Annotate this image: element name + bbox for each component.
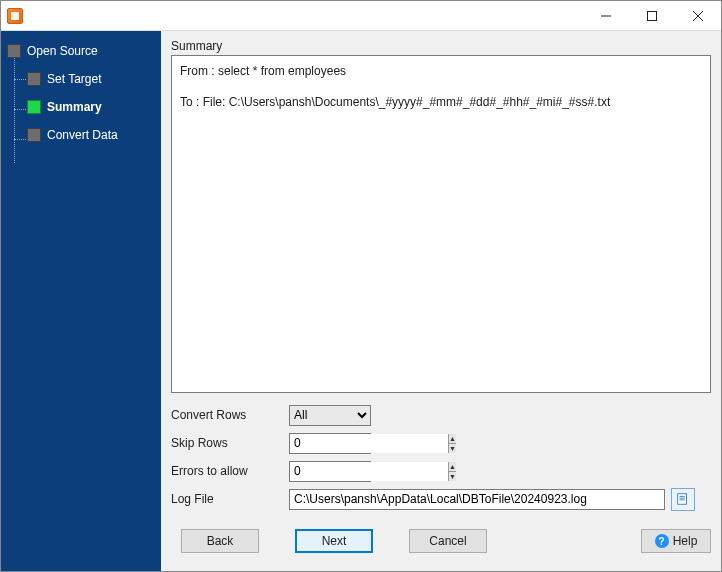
back-button[interactable]: Back <box>181 529 259 553</box>
help-button[interactable]: ? Help <box>641 529 711 553</box>
convert-rows-select[interactable]: All <box>289 405 371 426</box>
app-icon <box>7 8 23 24</box>
step-box-icon <box>27 72 41 86</box>
file-browse-icon <box>676 492 690 506</box>
sidebar-item-label: Summary <box>47 100 102 114</box>
summary-to-line: To : File: C:\Users\pansh\Documents\_#yy… <box>180 93 702 112</box>
svg-rect-1 <box>648 11 657 20</box>
options-form: Convert Rows All Skip Rows ▲ ▼ Errors to… <box>171 403 711 515</box>
title-bar <box>1 1 721 31</box>
summary-textbox[interactable]: From : select * from employees To : File… <box>171 55 711 393</box>
sidebar-item-convert-data[interactable]: Convert Data <box>1 121 161 149</box>
step-box-icon <box>7 44 21 58</box>
errors-allow-spinner[interactable]: ▲ ▼ <box>289 461 371 482</box>
sidebar-item-summary[interactable]: Summary <box>1 93 161 121</box>
maximize-button[interactable] <box>629 1 675 30</box>
sidebar-item-open-source[interactable]: Open Source <box>1 37 161 65</box>
sidebar-item-label: Convert Data <box>47 128 118 142</box>
spinner-down-icon[interactable]: ▼ <box>448 444 456 453</box>
step-box-icon <box>27 100 41 114</box>
browse-log-file-button[interactable] <box>671 488 695 511</box>
errors-allow-label: Errors to allow <box>171 464 289 478</box>
window-controls <box>583 1 721 30</box>
log-file-label: Log File <box>171 492 289 506</box>
cancel-button[interactable]: Cancel <box>409 529 487 553</box>
summary-section-label: Summary <box>171 39 711 53</box>
sidebar-item-set-target[interactable]: Set Target <box>1 65 161 93</box>
svg-rect-4 <box>678 494 687 505</box>
errors-allow-input[interactable] <box>290 462 448 481</box>
next-button[interactable]: Next <box>295 529 373 553</box>
spinner-down-icon[interactable]: ▼ <box>448 472 456 481</box>
help-icon: ? <box>655 534 669 548</box>
sidebar-item-label: Set Target <box>47 72 101 86</box>
convert-rows-label: Convert Rows <box>171 408 289 422</box>
spinner-up-icon[interactable]: ▲ <box>448 434 456 444</box>
summary-from-line: From : select * from employees <box>180 62 702 81</box>
skip-rows-spinner[interactable]: ▲ ▼ <box>289 433 371 454</box>
step-box-icon <box>27 128 41 142</box>
log-file-input[interactable] <box>289 489 665 510</box>
skip-rows-label: Skip Rows <box>171 436 289 450</box>
help-button-label: Help <box>673 534 698 548</box>
wizard-sidebar: Open Source Set Target Summary Convert D… <box>1 31 161 571</box>
skip-rows-input[interactable] <box>290 434 448 453</box>
wizard-button-bar: Back Next Cancel ? Help <box>171 529 711 553</box>
sidebar-item-label: Open Source <box>27 44 98 58</box>
content-panel: Summary From : select * from employees T… <box>161 31 721 571</box>
minimize-button[interactable] <box>583 1 629 30</box>
spinner-up-icon[interactable]: ▲ <box>448 462 456 472</box>
close-button[interactable] <box>675 1 721 30</box>
